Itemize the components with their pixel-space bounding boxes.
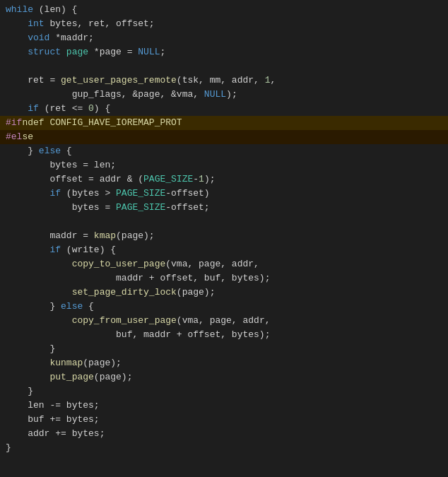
code-line-13: offset = addr & (PAGE_SIZE-1); — [0, 172, 448, 187]
code-line-30: buf += bytes; — [0, 413, 448, 427]
code-line-2: int bytes, ret, offset; — [0, 17, 448, 31]
code-line-5 — [0, 59, 448, 73]
code-viewer: while (len) { int bytes, ret, offset; vo… — [0, 0, 448, 458]
code-line-11: } else { — [0, 144, 448, 158]
code-line-29: len -= bytes; — [0, 399, 448, 413]
code-line-8: if (ret <= 0) { — [0, 102, 448, 116]
code-line-22: } else { — [0, 300, 448, 314]
code-line-21: set_page_dirty_lock(page); — [0, 285, 448, 300]
code-line-6: ret = get_user_pages_remote(tsk, mm, add… — [0, 73, 448, 88]
code-line-31: addr += bytes; — [0, 427, 448, 441]
code-line-7: gup_flags, &page, &vma, NULL); — [0, 88, 448, 102]
code-line-32: } — [0, 441, 448, 455]
code-line-3: void *maddr; — [0, 31, 448, 45]
code-line-10: #else — [0, 130, 448, 144]
code-line-18: if (write) { — [0, 243, 448, 257]
code-line-15: bytes = PAGE_SIZE-offset; — [0, 201, 448, 215]
code-line-17: maddr = kmap(page); — [0, 229, 448, 243]
code-line-12: bytes = len; — [0, 158, 448, 172]
code-line-16 — [0, 215, 448, 229]
code-line-14: if (bytes > PAGE_SIZE-offset) — [0, 187, 448, 201]
code-line-25: } — [0, 342, 448, 356]
code-line-26: kunmap(page); — [0, 356, 448, 370]
code-line-28: } — [0, 384, 448, 399]
code-line-20: maddr + offset, buf, bytes); — [0, 271, 448, 285]
code-line-27: put_page(page); — [0, 370, 448, 384]
code-line-1: while (len) { — [0, 3, 448, 17]
code-line-9: #ifndef CONFIG_HAVE_IOREMAP_PROT — [0, 116, 448, 130]
code-line-4: struct page *page = NULL; — [0, 45, 448, 59]
code-line-23: copy_from_user_page(vma, page, addr, — [0, 314, 448, 328]
code-line-24: buf, maddr + offset, bytes); — [0, 328, 448, 342]
code-line-19: copy_to_user_page(vma, page, addr, — [0, 257, 448, 271]
